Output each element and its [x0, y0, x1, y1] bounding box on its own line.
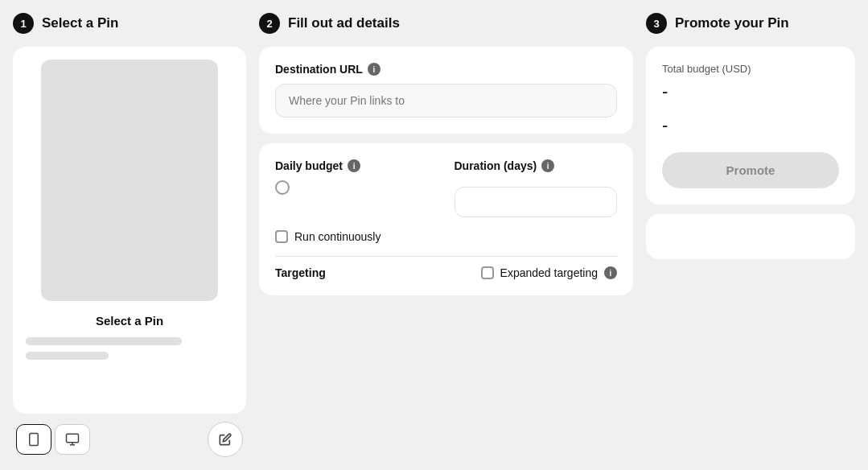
pencil-icon — [219, 433, 232, 446]
step-3-number: 3 — [646, 13, 667, 34]
daily-budget-radio-container — [275, 180, 438, 195]
run-continuously-label: Run continuously — [294, 230, 381, 243]
run-continuously-checkbox[interactable] — [275, 230, 288, 243]
col-select-pin: 1 Select a Pin Select a Pin — [13, 13, 246, 457]
duration-info-icon[interactable]: i — [541, 159, 554, 172]
svg-rect-0 — [30, 434, 39, 446]
step-2-header: 2 Fill out ad details — [259, 13, 633, 34]
step-1-header: 1 Select a Pin — [13, 13, 246, 34]
promote-card: Total budget (USD) - - Promote — [646, 47, 855, 204]
destination-url-info-icon[interactable]: i — [368, 63, 381, 76]
expanded-targeting-container: Expanded targeting i — [481, 266, 617, 279]
pin-select-label: Select a Pin — [96, 314, 163, 328]
daily-budget-field: Daily budget i — [275, 159, 438, 217]
desktop-device-btn[interactable] — [55, 424, 90, 455]
budget-value-2: - — [662, 115, 839, 136]
budget-card: Daily budget i Duration (days) i 10 — [259, 143, 633, 295]
col-ad-details: 2 Fill out ad details Destination URL i … — [259, 13, 633, 457]
desktop-icon — [65, 432, 80, 447]
step-2-title: Fill out ad details — [288, 15, 400, 31]
device-icons — [16, 424, 90, 455]
pin-meta — [26, 337, 233, 366]
destination-url-input[interactable] — [275, 84, 617, 118]
divider — [275, 256, 617, 257]
duration-field: Duration (days) i 10 — [455, 159, 618, 217]
svg-rect-2 — [67, 434, 79, 443]
pin-meta-bar-long — [26, 337, 182, 345]
promote-button[interactable]: Promote — [662, 152, 839, 188]
targeting-row: Targeting Expanded targeting i — [275, 266, 617, 279]
destination-url-card: Destination URL i — [259, 47, 633, 134]
expanded-targeting-info-icon[interactable]: i — [604, 266, 617, 279]
extra-card — [646, 214, 855, 259]
step-1-number: 1 — [13, 13, 34, 34]
duration-label: Duration (days) i — [455, 159, 618, 172]
col-promote: 3 Promote your Pin Total budget (USD) - … — [646, 13, 855, 457]
budget-row: Daily budget i Duration (days) i 10 — [275, 159, 617, 217]
pin-card: Select a Pin — [13, 47, 246, 414]
pin-image-placeholder — [41, 60, 218, 301]
bottom-toolbar — [13, 414, 246, 457]
step-2-number: 2 — [259, 13, 280, 34]
step-1-title: Select a Pin — [42, 15, 118, 31]
daily-budget-info-icon[interactable]: i — [348, 159, 360, 172]
targeting-label: Targeting — [275, 266, 326, 279]
total-budget-label: Total budget (USD) — [662, 63, 839, 75]
budget-value-1: - — [662, 81, 839, 102]
main-container: 1 Select a Pin Select a Pin — [0, 0, 868, 470]
expanded-targeting-checkbox[interactable] — [481, 266, 494, 279]
step-3-title: Promote your Pin — [675, 15, 789, 31]
mobile-device-btn[interactable] — [16, 424, 51, 455]
duration-input[interactable]: 10 — [455, 187, 618, 217]
run-continuously-row: Run continuously — [275, 230, 617, 243]
destination-url-label: Destination URL i — [275, 63, 617, 76]
daily-budget-radio[interactable] — [275, 180, 290, 195]
expanded-targeting-label: Expanded targeting — [500, 266, 598, 279]
mobile-icon — [27, 432, 41, 447]
step-3-header: 3 Promote your Pin — [646, 13, 855, 34]
pin-meta-bar-short — [26, 352, 109, 360]
daily-budget-label: Daily budget i — [275, 159, 438, 172]
edit-button[interactable] — [208, 422, 243, 457]
